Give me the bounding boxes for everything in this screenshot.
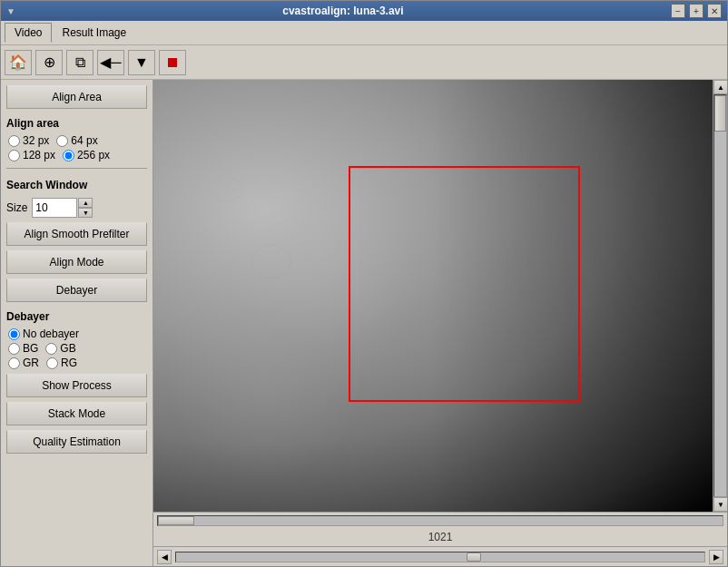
radio-bg-label: BG (23, 342, 38, 355)
back-icon: ◀─ (100, 54, 121, 71)
size-spin-control: ▲ ▼ (32, 198, 93, 218)
minimize-button[interactable]: − (671, 4, 685, 18)
frame-scrollbar[interactable]: ◀ ▶ (153, 546, 727, 566)
search-window-section: Search Window (6, 179, 147, 191)
open-button[interactable]: 🏠 (5, 50, 32, 75)
radio-bg-input[interactable] (8, 343, 20, 355)
tab-video[interactable]: Video (5, 23, 52, 43)
radio-32px-label: 32 px (23, 134, 49, 147)
v-scroll-thumb[interactable] (714, 95, 726, 132)
size-input[interactable] (32, 198, 77, 218)
align-area-radios: 32 px 64 px 128 px 256 px (8, 134, 147, 161)
debayer-row1: BG GB (8, 342, 147, 355)
quality-estimation-button[interactable]: Quality Estimation (6, 430, 147, 454)
app-icon: ▼ (6, 6, 15, 16)
maximize-button[interactable]: + (689, 4, 703, 18)
radio-gb-input[interactable] (45, 343, 57, 355)
radio-32px-input[interactable] (8, 135, 20, 147)
v-scroll-track[interactable] (713, 94, 727, 497)
debayer-button[interactable]: Debayer (6, 279, 147, 302)
moon-image (153, 80, 713, 512)
frame-scroll-thumb[interactable] (467, 552, 481, 562)
stop-icon: ⏹ (165, 54, 180, 71)
frame-scroll-right-button[interactable]: ▶ (709, 550, 723, 564)
tab-result-image[interactable]: Result Image (52, 23, 136, 43)
down-button[interactable]: ▼ (128, 50, 155, 75)
h-scroll-thumb[interactable] (158, 516, 194, 525)
size-up-arrow[interactable]: ▲ (78, 198, 93, 208)
radio-bg[interactable]: BG (8, 342, 38, 355)
window-title: cvastroalign: luna-3.avi (15, 5, 671, 17)
copy-button[interactable]: ⧉ (66, 50, 93, 75)
align-area-row1: 32 px 64 px (8, 134, 147, 147)
radio-256px[interactable]: 256 px (63, 149, 110, 161)
v-scroll-up-button[interactable]: ▲ (713, 80, 727, 94)
back-button[interactable]: ◀─ (97, 50, 124, 75)
stop-button[interactable]: ⏹ (159, 50, 186, 75)
show-process-button[interactable]: Show Process (6, 374, 147, 397)
horizontal-scrollbar[interactable] (153, 512, 727, 528)
divider-1 (6, 168, 147, 169)
debayer-radios: No debayer BG GB GR (8, 327, 147, 369)
stack-mode-button[interactable]: Stack Mode (6, 402, 147, 425)
smooth-prefilter-button[interactable]: Align Smooth Prefilter (6, 222, 147, 246)
radio-no-debayer-label: No debayer (23, 327, 79, 340)
toolbar: 🏠 ⊕ ⧉ ◀─ ▼ ⏹ (1, 45, 727, 80)
radio-gr-label: GR (23, 357, 39, 369)
radio-gb-label: GB (60, 342, 75, 355)
size-spin-arrows: ▲ ▼ (78, 198, 93, 218)
debayer-row2: GR RG (8, 357, 147, 369)
open-icon: 🏠 (9, 54, 27, 71)
radio-64px[interactable]: 64 px (56, 134, 97, 147)
down-icon: ▼ (134, 54, 149, 71)
main-content: Align Area Align area 32 px 64 px (1, 80, 727, 566)
size-spin-row: Size ▲ ▼ (6, 198, 147, 218)
radio-32px[interactable]: 32 px (8, 134, 49, 147)
radio-rg-input[interactable] (46, 357, 58, 369)
align-area-row2: 128 px 256 px (8, 149, 147, 161)
h-scroll-track[interactable] (157, 515, 723, 526)
radio-128px-label: 128 px (23, 149, 55, 161)
radio-64px-label: 64 px (71, 134, 97, 147)
vertical-scrollbar[interactable]: ▲ ▼ (713, 80, 727, 512)
crosshair-button[interactable]: ⊕ (35, 50, 63, 75)
radio-gr[interactable]: GR (8, 357, 39, 369)
radio-rg-label: RG (61, 357, 77, 369)
crosshair-icon: ⊕ (44, 54, 55, 71)
radio-no-debayer-input[interactable] (8, 328, 20, 340)
frame-scroll-track[interactable] (175, 552, 705, 562)
frame-indicator: 1021 (153, 528, 727, 546)
align-mode-button[interactable]: Align Mode (6, 250, 147, 274)
sidebar: Align Area Align area 32 px 64 px (1, 80, 153, 566)
radio-gb[interactable]: GB (45, 342, 75, 355)
align-area-button[interactable]: Align Area (6, 85, 147, 109)
size-down-arrow[interactable]: ▼ (78, 208, 93, 218)
frame-scroll-left-button[interactable]: ◀ (157, 550, 172, 564)
radio-64px-input[interactable] (56, 135, 68, 147)
radio-128px[interactable]: 128 px (8, 149, 55, 161)
close-button[interactable]: ✕ (707, 4, 722, 18)
tab-bar: Video Result Image (1, 21, 727, 45)
window-controls: − + ✕ (671, 4, 722, 18)
size-label: Size (6, 201, 27, 214)
main-window: ▼ cvastroalign: luna-3.avi − + ✕ Video R… (0, 0, 728, 567)
image-row: ▲ ▼ (153, 80, 727, 512)
debayer-section: Debayer (6, 310, 147, 323)
copy-icon: ⧉ (75, 54, 85, 71)
radio-rg[interactable]: RG (46, 357, 77, 369)
frame-number: 1021 (428, 531, 453, 543)
radio-256px-input[interactable] (63, 150, 74, 161)
v-scroll-down-button[interactable]: ▼ (713, 497, 727, 512)
canvas-area: ▲ ▼ 1021 ◀ (153, 80, 727, 566)
radio-no-debayer[interactable]: No debayer (8, 327, 147, 340)
title-bar: ▼ cvastroalign: luna-3.avi − + ✕ (1, 1, 727, 21)
radio-256px-label: 256 px (77, 149, 110, 161)
selection-rectangle[interactable] (349, 166, 580, 402)
radio-gr-input[interactable] (8, 357, 20, 369)
align-area-section: Align area (6, 117, 147, 130)
radio-128px-input[interactable] (8, 150, 20, 161)
